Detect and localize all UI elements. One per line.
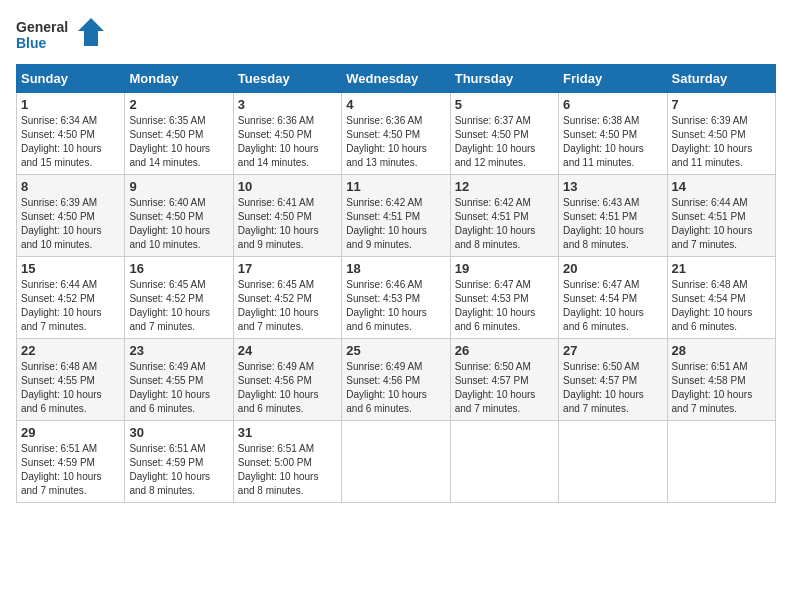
calendar-cell: 9 Sunrise: 6:40 AM Sunset: 4:50 PM Dayli… [125,175,233,257]
calendar-cell: 4 Sunrise: 6:36 AM Sunset: 4:50 PM Dayli… [342,93,450,175]
calendar-cell: 12 Sunrise: 6:42 AM Sunset: 4:51 PM Dayl… [450,175,558,257]
day-number: 6 [563,97,662,112]
day-number: 17 [238,261,337,276]
day-number: 26 [455,343,554,358]
cell-content: Sunrise: 6:50 AM Sunset: 4:57 PM Dayligh… [455,360,554,416]
day-number: 11 [346,179,445,194]
svg-text:Blue: Blue [16,35,47,51]
day-number: 20 [563,261,662,276]
day-number: 8 [21,179,120,194]
calendar-cell: 20 Sunrise: 6:47 AM Sunset: 4:54 PM Dayl… [559,257,667,339]
day-number: 12 [455,179,554,194]
calendar-cell: 18 Sunrise: 6:46 AM Sunset: 4:53 PM Dayl… [342,257,450,339]
calendar-cell: 6 Sunrise: 6:38 AM Sunset: 4:50 PM Dayli… [559,93,667,175]
header: General Blue [16,16,776,54]
week-row-1: 1 Sunrise: 6:34 AM Sunset: 4:50 PM Dayli… [17,93,776,175]
cell-content: Sunrise: 6:49 AM Sunset: 4:56 PM Dayligh… [346,360,445,416]
week-row-3: 15 Sunrise: 6:44 AM Sunset: 4:52 PM Dayl… [17,257,776,339]
calendar-cell: 29 Sunrise: 6:51 AM Sunset: 4:59 PM Dayl… [17,421,125,503]
cell-content: Sunrise: 6:38 AM Sunset: 4:50 PM Dayligh… [563,114,662,170]
day-number: 14 [672,179,771,194]
calendar-cell: 21 Sunrise: 6:48 AM Sunset: 4:54 PM Dayl… [667,257,775,339]
calendar-cell: 5 Sunrise: 6:37 AM Sunset: 4:50 PM Dayli… [450,93,558,175]
cell-content: Sunrise: 6:44 AM Sunset: 4:51 PM Dayligh… [672,196,771,252]
calendar-cell: 7 Sunrise: 6:39 AM Sunset: 4:50 PM Dayli… [667,93,775,175]
cell-content: Sunrise: 6:47 AM Sunset: 4:54 PM Dayligh… [563,278,662,334]
cell-content: Sunrise: 6:45 AM Sunset: 4:52 PM Dayligh… [129,278,228,334]
day-number: 15 [21,261,120,276]
cell-content: Sunrise: 6:35 AM Sunset: 4:50 PM Dayligh… [129,114,228,170]
cell-content: Sunrise: 6:49 AM Sunset: 4:55 PM Dayligh… [129,360,228,416]
calendar-cell: 3 Sunrise: 6:36 AM Sunset: 4:50 PM Dayli… [233,93,341,175]
day-number: 30 [129,425,228,440]
column-header-friday: Friday [559,65,667,93]
calendar-cell: 17 Sunrise: 6:45 AM Sunset: 4:52 PM Dayl… [233,257,341,339]
cell-content: Sunrise: 6:46 AM Sunset: 4:53 PM Dayligh… [346,278,445,334]
cell-content: Sunrise: 6:51 AM Sunset: 5:00 PM Dayligh… [238,442,337,498]
day-number: 27 [563,343,662,358]
cell-content: Sunrise: 6:37 AM Sunset: 4:50 PM Dayligh… [455,114,554,170]
cell-content: Sunrise: 6:42 AM Sunset: 4:51 PM Dayligh… [346,196,445,252]
cell-content: Sunrise: 6:43 AM Sunset: 4:51 PM Dayligh… [563,196,662,252]
calendar-cell: 1 Sunrise: 6:34 AM Sunset: 4:50 PM Dayli… [17,93,125,175]
calendar-cell: 11 Sunrise: 6:42 AM Sunset: 4:51 PM Dayl… [342,175,450,257]
day-number: 7 [672,97,771,112]
column-header-thursday: Thursday [450,65,558,93]
day-number: 2 [129,97,228,112]
calendar-cell [450,421,558,503]
calendar-cell: 26 Sunrise: 6:50 AM Sunset: 4:57 PM Dayl… [450,339,558,421]
cell-content: Sunrise: 6:51 AM Sunset: 4:59 PM Dayligh… [21,442,120,498]
cell-content: Sunrise: 6:51 AM Sunset: 4:59 PM Dayligh… [129,442,228,498]
cell-content: Sunrise: 6:47 AM Sunset: 4:53 PM Dayligh… [455,278,554,334]
calendar-cell: 8 Sunrise: 6:39 AM Sunset: 4:50 PM Dayli… [17,175,125,257]
day-number: 22 [21,343,120,358]
calendar-cell: 22 Sunrise: 6:48 AM Sunset: 4:55 PM Dayl… [17,339,125,421]
column-header-saturday: Saturday [667,65,775,93]
calendar-cell: 25 Sunrise: 6:49 AM Sunset: 4:56 PM Dayl… [342,339,450,421]
calendar-table: SundayMondayTuesdayWednesdayThursdayFrid… [16,64,776,503]
cell-content: Sunrise: 6:39 AM Sunset: 4:50 PM Dayligh… [21,196,120,252]
calendar-cell: 24 Sunrise: 6:49 AM Sunset: 4:56 PM Dayl… [233,339,341,421]
day-number: 10 [238,179,337,194]
calendar-cell: 2 Sunrise: 6:35 AM Sunset: 4:50 PM Dayli… [125,93,233,175]
cell-content: Sunrise: 6:41 AM Sunset: 4:50 PM Dayligh… [238,196,337,252]
cell-content: Sunrise: 6:49 AM Sunset: 4:56 PM Dayligh… [238,360,337,416]
week-row-5: 29 Sunrise: 6:51 AM Sunset: 4:59 PM Dayl… [17,421,776,503]
svg-marker-2 [78,18,104,46]
calendar-cell: 13 Sunrise: 6:43 AM Sunset: 4:51 PM Dayl… [559,175,667,257]
week-row-2: 8 Sunrise: 6:39 AM Sunset: 4:50 PM Dayli… [17,175,776,257]
day-number: 1 [21,97,120,112]
calendar-cell: 14 Sunrise: 6:44 AM Sunset: 4:51 PM Dayl… [667,175,775,257]
cell-content: Sunrise: 6:36 AM Sunset: 4:50 PM Dayligh… [346,114,445,170]
calendar-cell [559,421,667,503]
day-number: 5 [455,97,554,112]
week-row-4: 22 Sunrise: 6:48 AM Sunset: 4:55 PM Dayl… [17,339,776,421]
svg-text:General: General [16,19,68,35]
day-number: 16 [129,261,228,276]
day-number: 24 [238,343,337,358]
day-number: 29 [21,425,120,440]
calendar-cell [667,421,775,503]
cell-content: Sunrise: 6:48 AM Sunset: 4:54 PM Dayligh… [672,278,771,334]
calendar-cell: 23 Sunrise: 6:49 AM Sunset: 4:55 PM Dayl… [125,339,233,421]
cell-content: Sunrise: 6:40 AM Sunset: 4:50 PM Dayligh… [129,196,228,252]
cell-content: Sunrise: 6:36 AM Sunset: 4:50 PM Dayligh… [238,114,337,170]
calendar-cell: 28 Sunrise: 6:51 AM Sunset: 4:58 PM Dayl… [667,339,775,421]
day-number: 18 [346,261,445,276]
column-header-tuesday: Tuesday [233,65,341,93]
day-number: 9 [129,179,228,194]
cell-content: Sunrise: 6:42 AM Sunset: 4:51 PM Dayligh… [455,196,554,252]
cell-content: Sunrise: 6:51 AM Sunset: 4:58 PM Dayligh… [672,360,771,416]
logo: General Blue [16,16,106,54]
calendar-cell: 10 Sunrise: 6:41 AM Sunset: 4:50 PM Dayl… [233,175,341,257]
cell-content: Sunrise: 6:45 AM Sunset: 4:52 PM Dayligh… [238,278,337,334]
calendar-cell [342,421,450,503]
day-number: 25 [346,343,445,358]
day-number: 23 [129,343,228,358]
cell-content: Sunrise: 6:34 AM Sunset: 4:50 PM Dayligh… [21,114,120,170]
column-header-sunday: Sunday [17,65,125,93]
day-number: 31 [238,425,337,440]
calendar-cell: 27 Sunrise: 6:50 AM Sunset: 4:57 PM Dayl… [559,339,667,421]
calendar-cell: 30 Sunrise: 6:51 AM Sunset: 4:59 PM Dayl… [125,421,233,503]
cell-content: Sunrise: 6:48 AM Sunset: 4:55 PM Dayligh… [21,360,120,416]
